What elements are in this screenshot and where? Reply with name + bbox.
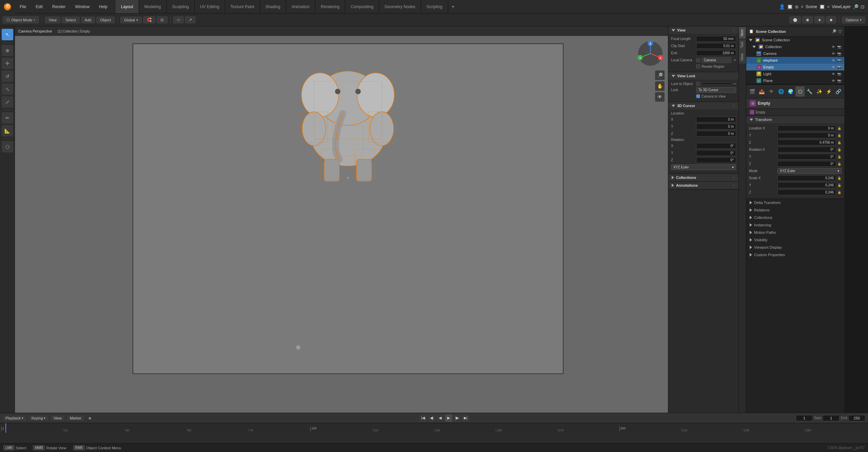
tab-rendering[interactable]: Rendering [315, 0, 345, 13]
scale-x-lock[interactable]: 🔓 [837, 176, 842, 180]
clip-end-value[interactable]: 1000 m [696, 50, 736, 56]
play-btn[interactable]: ▶ [445, 414, 452, 422]
viewport-display-section[interactable]: Viewport Display [746, 244, 844, 251]
cursor-z-value[interactable]: 0 m [696, 131, 736, 137]
loc-z-value[interactable]: 0.4756 m [777, 140, 836, 145]
instancing-section[interactable]: Instancing [746, 221, 844, 229]
snap-btn[interactable]: 🧲 [143, 16, 155, 23]
cursor-y-value[interactable]: 0 m [696, 124, 736, 129]
mode-selector[interactable]: ⬡ Object Mode ▾ [3, 16, 39, 23]
viewport-shading-1[interactable]: ⬤ [789, 16, 801, 23]
viewport-pan-btn[interactable]: ✋ [655, 81, 665, 91]
view-section-header[interactable]: View ⋮ [668, 26, 739, 34]
cursor-mode-dropdown[interactable]: XYZ Euler ▾ [671, 164, 736, 170]
rot-x-lock[interactable]: 🔓 [837, 148, 842, 152]
rot-mode-dropdown[interactable]: XYZ Euler ▾ [777, 168, 842, 174]
scale-x-value[interactable]: 0.246 [777, 175, 836, 181]
light-eye[interactable]: 👁 [831, 71, 836, 76]
viewport-shading-2[interactable]: ◉ [802, 16, 813, 23]
lock-to-object-checkbox[interactable] [696, 82, 700, 86]
scale-z-lock[interactable]: 🔓 [837, 190, 842, 194]
blender-logo[interactable]: ⦿ [0, 0, 15, 14]
annotations-menu[interactable]: ⋮ [732, 184, 735, 187]
xyz-gizmo[interactable]: Z X Y [637, 41, 663, 66]
tool-move[interactable]: ✛ [2, 58, 13, 69]
menu-help[interactable]: Help [94, 0, 112, 13]
loc-x-value[interactable]: 0 m [777, 125, 836, 131]
outliner-plane[interactable]: ▭ Plane 👁 📷 [746, 77, 844, 84]
tab-shading[interactable]: Shading [260, 0, 286, 13]
plane-eye[interactable]: 👁 [831, 78, 836, 83]
rot-y-lock[interactable]: 🔓 [837, 155, 842, 159]
outliner-light[interactable]: 💡 Light 👁 📷 [746, 70, 844, 77]
custom-properties-section[interactable]: Custom Properties [746, 251, 844, 259]
viewport-orbit-btn[interactable]: 👁 [655, 92, 665, 102]
motion-paths-section[interactable]: Motion Paths [746, 229, 844, 236]
props-icon-particles[interactable]: ✨ [815, 86, 824, 97]
tool-transform[interactable]: ⤢ [2, 96, 13, 108]
transform-header[interactable]: Transform [746, 116, 844, 123]
rot-y-value[interactable]: 0° [777, 154, 836, 160]
props-collections-section[interactable]: Collections [746, 214, 844, 221]
timeline-ruler[interactable]: 1 10 30 50 70 100 110 130 150 170 200 21… [0, 423, 868, 433]
tab-sculpting[interactable]: Sculpting [167, 0, 195, 13]
scale-y-lock[interactable]: 🔓 [837, 183, 842, 187]
props-icon-render[interactable]: 🎬 [748, 86, 756, 97]
gizmo-btn[interactable]: ↗ [185, 16, 196, 23]
delta-transform-section[interactable]: Delta Transform [746, 199, 844, 206]
proportional-btn[interactable]: ◎ [157, 16, 167, 23]
collection-eye[interactable]: 👁 [831, 44, 836, 49]
tool-measure[interactable]: 📐 [2, 125, 13, 137]
props-icon-modifier[interactable]: 🔧 [805, 86, 814, 97]
tool-scale[interactable]: ⤡ [2, 83, 13, 95]
viewport-shading-3[interactable]: ◈ [814, 16, 825, 23]
lock-to-object-value[interactable] [702, 83, 732, 85]
empty-render[interactable]: 📷 [837, 65, 842, 69]
outliner-elephant[interactable]: △ elephant 👁 📷 [746, 57, 844, 64]
local-camera-clear[interactable]: ✕ [733, 58, 736, 62]
render-region-checkbox[interactable] [696, 64, 700, 68]
menu-render[interactable]: Render [47, 0, 70, 13]
loc-y-lock[interactable]: 🔓 [837, 133, 842, 138]
props-icon-view[interactable]: 👁 [767, 86, 776, 97]
keying-menu[interactable]: Keying ▾ [29, 415, 48, 421]
camera-eye[interactable]: 👁 [831, 51, 836, 56]
tab-scripting[interactable]: Scripting [421, 0, 448, 13]
elephant-eye[interactable]: 👁 [831, 58, 836, 63]
tool-select[interactable]: ↖ [2, 29, 13, 40]
n-panel-tab-tool[interactable]: Tool [739, 39, 746, 50]
lock-edit-icon[interactable]: ✏ [733, 82, 736, 86]
viewport[interactable]: Camera Perspective (1) Collection | Empt… [15, 26, 668, 413]
props-icon-scene[interactable]: 🌐 [776, 86, 785, 97]
outliner-camera[interactable]: 📷 Camera 👁 📷 [746, 50, 844, 57]
tool-cursor[interactable]: ⊕ [2, 45, 13, 56]
jump-start-btn[interactable]: |◀ [419, 414, 427, 422]
cursor-x-value[interactable]: 0 m [696, 117, 736, 122]
props-icon-object[interactable]: ⬡ [795, 86, 804, 97]
playback-menu[interactable]: Playback ▾ [3, 415, 26, 421]
play-reverse-btn[interactable]: ◀ [436, 414, 444, 422]
jump-end-btn[interactable]: ▶| [462, 414, 469, 422]
view-menu[interactable]: View [45, 17, 60, 23]
cursor-section-menu[interactable]: ⋮ [732, 104, 735, 108]
loc-y-value[interactable]: 0 m [777, 132, 836, 138]
n-panel-tab-item[interactable]: Item [739, 26, 746, 39]
clip-start-value[interactable]: 0.01 m [696, 43, 736, 49]
scale-y-value[interactable]: 0.246 [777, 182, 836, 188]
camera-to-view-checkbox[interactable] [696, 94, 700, 98]
props-object-name[interactable]: Empty [758, 101, 770, 106]
cursor-rx-value[interactable]: 0° [696, 143, 736, 149]
viewport-shading-4[interactable]: ◆ [826, 16, 836, 23]
outliner-search-icon[interactable]: 🔎 [831, 29, 836, 34]
current-frame-input[interactable]: 1 [796, 415, 813, 421]
scale-z-value[interactable]: 0.246 [777, 189, 836, 195]
menu-edit[interactable]: Edit [31, 0, 47, 13]
outliner-empty[interactable]: ◇ Empty 👁 📷 [746, 64, 844, 70]
collections-menu[interactable]: ⋮ [732, 176, 735, 180]
marker-menu[interactable]: Marker [67, 415, 84, 421]
props-icon-world[interactable]: 🌍 [786, 86, 795, 97]
pivot-selector[interactable]: Global ▾ [120, 17, 142, 23]
tab-uv-editing[interactable]: UV Editing [195, 0, 225, 13]
props-data-name[interactable]: Empty [756, 110, 765, 114]
tab-layout[interactable]: Layout [116, 0, 139, 13]
